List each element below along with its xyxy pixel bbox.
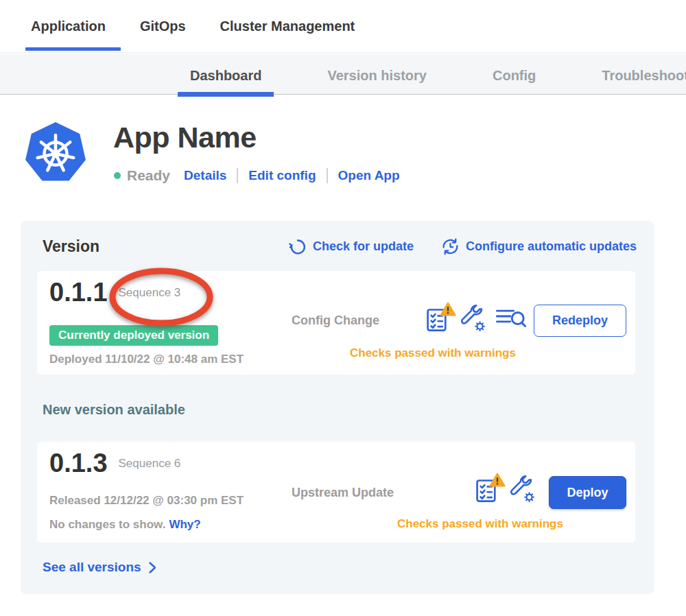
available-version-sequence: Sequence 6 [119, 457, 181, 471]
nav-tab-application[interactable]: Application [25, 0, 111, 52]
available-version-card: 0.1.3 Sequence 6 Released 12/12/22 @ 03:… [37, 442, 635, 543]
deployed-timestamp: Deployed 11/10/22 @ 10:48 am EST [49, 353, 244, 366]
app-status-row: Ready Details Edit config Open App [114, 167, 400, 185]
configure-automatic-updates-label: Configure automatic updates [466, 239, 637, 254]
nav-tab-cluster-management-label: Cluster Management [220, 19, 355, 34]
page-title: App Name [113, 121, 257, 154]
config-values-icon[interactable] [508, 475, 536, 506]
check-for-update-label: Check for update [313, 239, 414, 254]
redeploy-button[interactable]: Redeploy [534, 305, 626, 337]
version-panel-header: Version Check for update [43, 237, 637, 256]
active-tab-indicator [25, 47, 121, 51]
check-for-update-button[interactable]: Check for update [289, 238, 414, 256]
view-files-icon[interactable] [495, 307, 527, 333]
divider [237, 168, 238, 183]
warning-triangle-icon [440, 302, 456, 316]
preflight-checks-icon[interactable] [475, 477, 499, 504]
checks-warning-text: Checks passed with warnings [397, 517, 563, 531]
version-panel: Version Check for update [21, 221, 654, 594]
status-badge: Ready [127, 167, 170, 184]
open-app-link[interactable]: Open App [338, 168, 400, 183]
why-link[interactable]: Why? [169, 518, 200, 531]
version-source-label: Config Change [292, 313, 379, 328]
status-dot-icon [114, 172, 121, 179]
checks-warning-text: Checks passed with warnings [350, 346, 516, 360]
divider [327, 168, 328, 183]
current-version-number: 0.1.1 [49, 278, 108, 307]
current-version-sequence: Sequence 3 [119, 286, 181, 300]
warning-triangle-icon [489, 473, 506, 487]
deploy-button[interactable]: Deploy [549, 476, 626, 509]
chevron-right-icon [148, 561, 157, 574]
new-version-heading: New version available [43, 402, 185, 418]
currently-deployed-badge: Currently deployed version [49, 325, 218, 346]
current-version-card: 0.1.1 Sequence 3 Currently deployed vers… [37, 271, 635, 375]
released-timestamp: Released 12/12/22 @ 03:30 pm EST [49, 494, 244, 508]
kubernetes-logo-icon [25, 122, 86, 184]
nav-tab-application-label: Application [31, 19, 106, 34]
primary-nav: Application GitOps Cluster Management [0, 0, 686, 53]
edit-config-link[interactable]: Edit config [248, 168, 316, 183]
admin-console: Application GitOps Cluster Management Da… [0, 0, 686, 616]
auto-update-icon [441, 237, 460, 256]
available-version-icons [475, 475, 536, 506]
see-all-versions-label: See all versions [43, 560, 141, 575]
nav-tab-gitops-label: GitOps [140, 19, 186, 34]
active-subtab-indicator [178, 92, 274, 97]
no-changes-label: No changes to show. [49, 518, 165, 531]
nav-tab-cluster-management[interactable]: Cluster Management [215, 0, 361, 52]
refresh-icon [289, 238, 307, 256]
secondary-nav: Dashboard Version history Config Trouble… [0, 54, 686, 95]
config-values-icon[interactable] [459, 304, 486, 335]
nav-tab-gitops[interactable]: GitOps [134, 0, 191, 52]
tab-version-history-label: Version history [327, 68, 427, 84]
current-version-icons [425, 304, 527, 335]
available-version-row: 0.1.3 Sequence 6 [49, 449, 180, 478]
tab-dashboard[interactable]: Dashboard [190, 58, 261, 94]
tab-troubleshoot[interactable]: Troubleshoot [602, 58, 686, 94]
configure-automatic-updates-button[interactable]: Configure automatic updates [441, 237, 637, 256]
available-version-number: 0.1.3 [49, 449, 108, 478]
tab-version-history[interactable]: Version history [327, 58, 427, 94]
no-changes-text: No changes to show.Why? [49, 518, 201, 532]
version-panel-title: Version [43, 237, 99, 256]
version-source-label: Upstream Update [292, 486, 394, 500]
tab-config-label: Config [493, 68, 536, 84]
tab-config[interactable]: Config [493, 58, 536, 94]
tab-troubleshoot-label: Troubleshoot [602, 68, 686, 84]
tab-dashboard-label: Dashboard [190, 68, 261, 84]
details-link[interactable]: Details [184, 168, 226, 183]
version-panel-actions: Check for update Configure automatic upd… [289, 237, 637, 256]
preflight-checks-icon[interactable] [425, 307, 450, 333]
current-version-row: 0.1.1 Sequence 3 [49, 278, 180, 307]
see-all-versions-link[interactable]: See all versions [43, 560, 157, 575]
